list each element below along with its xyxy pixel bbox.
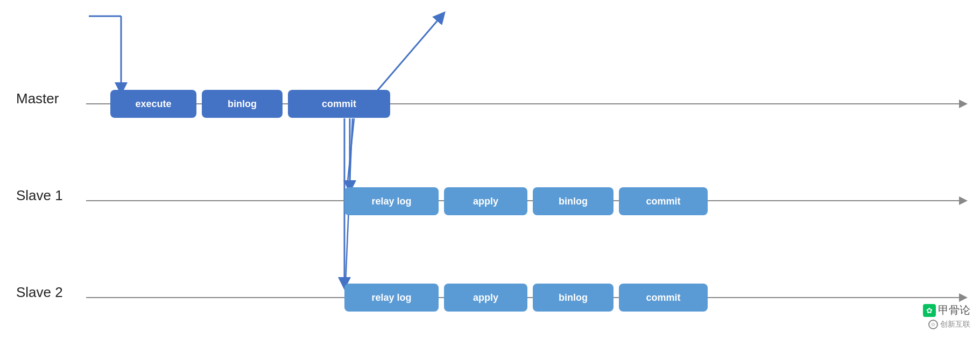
watermark: ✿ 甲骨论 ⊙ 创新互联 <box>923 303 970 329</box>
watermark-top: ✿ 甲骨论 <box>923 303 970 317</box>
diagram-container: Master Slave 1 Slave 2 execute binlog co… <box>0 0 980 339</box>
circle-icon: ⊙ <box>928 320 938 329</box>
slave2-apply-box: apply <box>444 284 527 312</box>
master-execute-box: execute <box>110 90 196 118</box>
slave2-commit-box: commit <box>619 284 708 312</box>
slave2-binlog-box: binlog <box>533 284 614 312</box>
master-binlog-box: binlog <box>202 90 283 118</box>
slave1-commit-box: commit <box>619 187 708 215</box>
watermark-bot-text: 创新互联 <box>940 320 970 329</box>
slave2-label: Slave 2 <box>16 284 63 301</box>
watermark-top-text: 甲骨论 <box>938 303 970 317</box>
wechat-icon: ✿ <box>923 304 936 317</box>
slave1-relaylog-box: relay log <box>344 187 439 215</box>
slave1-binlog-box: binlog <box>533 187 614 215</box>
slave1-apply-box: apply <box>444 187 527 215</box>
slave2-relaylog-box: relay log <box>344 284 439 312</box>
slave1-label: Slave 1 <box>16 187 63 204</box>
svg-line-5 <box>347 118 354 187</box>
watermark-bot: ⊙ 创新互联 <box>928 320 970 329</box>
master-label: Master <box>16 90 59 107</box>
master-commit-box: commit <box>288 90 390 118</box>
